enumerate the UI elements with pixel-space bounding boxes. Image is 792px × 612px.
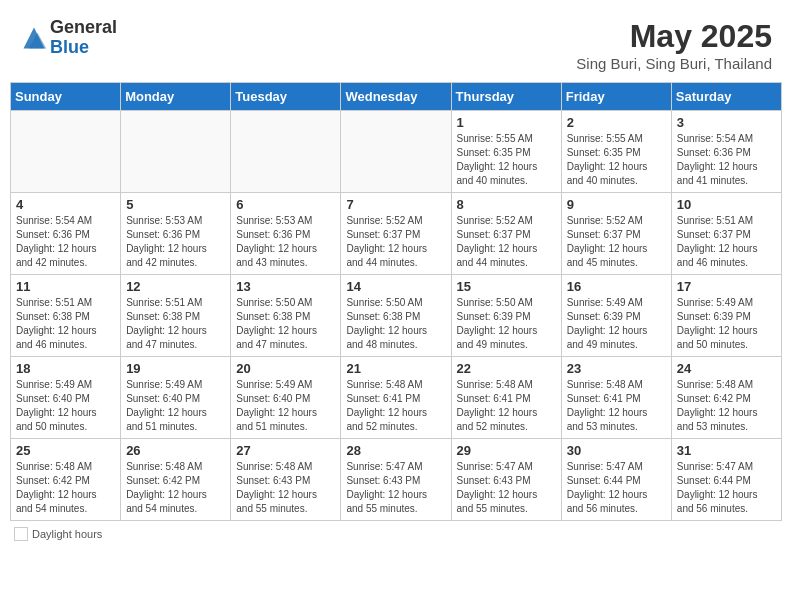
day-info: Sunrise: 5:52 AM Sunset: 6:37 PM Dayligh…	[346, 214, 445, 270]
calendar-table: SundayMondayTuesdayWednesdayThursdayFrid…	[10, 82, 782, 521]
calendar-cell: 14Sunrise: 5:50 AM Sunset: 6:38 PM Dayli…	[341, 275, 451, 357]
calendar-cell: 9Sunrise: 5:52 AM Sunset: 6:37 PM Daylig…	[561, 193, 671, 275]
day-number: 7	[346, 197, 445, 212]
day-of-week-header: Thursday	[451, 83, 561, 111]
day-info: Sunrise: 5:52 AM Sunset: 6:37 PM Dayligh…	[457, 214, 556, 270]
day-number: 20	[236, 361, 335, 376]
day-info: Sunrise: 5:54 AM Sunset: 6:36 PM Dayligh…	[16, 214, 115, 270]
calendar-cell: 4Sunrise: 5:54 AM Sunset: 6:36 PM Daylig…	[11, 193, 121, 275]
day-info: Sunrise: 5:47 AM Sunset: 6:43 PM Dayligh…	[457, 460, 556, 516]
day-info: Sunrise: 5:51 AM Sunset: 6:38 PM Dayligh…	[126, 296, 225, 352]
day-info: Sunrise: 5:48 AM Sunset: 6:42 PM Dayligh…	[126, 460, 225, 516]
calendar-cell: 7Sunrise: 5:52 AM Sunset: 6:37 PM Daylig…	[341, 193, 451, 275]
day-number: 14	[346, 279, 445, 294]
day-info: Sunrise: 5:50 AM Sunset: 6:38 PM Dayligh…	[346, 296, 445, 352]
day-info: Sunrise: 5:49 AM Sunset: 6:40 PM Dayligh…	[236, 378, 335, 434]
day-number: 10	[677, 197, 776, 212]
calendar-cell: 11Sunrise: 5:51 AM Sunset: 6:38 PM Dayli…	[11, 275, 121, 357]
day-number: 5	[126, 197, 225, 212]
calendar-cell: 15Sunrise: 5:50 AM Sunset: 6:39 PM Dayli…	[451, 275, 561, 357]
calendar-cell: 30Sunrise: 5:47 AM Sunset: 6:44 PM Dayli…	[561, 439, 671, 521]
calendar-cell: 5Sunrise: 5:53 AM Sunset: 6:36 PM Daylig…	[121, 193, 231, 275]
day-number: 19	[126, 361, 225, 376]
day-number: 8	[457, 197, 556, 212]
calendar-week-row: 1Sunrise: 5:55 AM Sunset: 6:35 PM Daylig…	[11, 111, 782, 193]
day-number: 31	[677, 443, 776, 458]
day-info: Sunrise: 5:49 AM Sunset: 6:40 PM Dayligh…	[126, 378, 225, 434]
day-number: 6	[236, 197, 335, 212]
day-of-week-header: Tuesday	[231, 83, 341, 111]
day-number: 13	[236, 279, 335, 294]
title-area: May 2025 Sing Buri, Sing Buri, Thailand	[576, 18, 772, 72]
logo-text: General Blue	[50, 18, 117, 58]
calendar-cell: 6Sunrise: 5:53 AM Sunset: 6:36 PM Daylig…	[231, 193, 341, 275]
day-info: Sunrise: 5:49 AM Sunset: 6:39 PM Dayligh…	[677, 296, 776, 352]
calendar-cell: 24Sunrise: 5:48 AM Sunset: 6:42 PM Dayli…	[671, 357, 781, 439]
day-number: 30	[567, 443, 666, 458]
calendar-cell: 31Sunrise: 5:47 AM Sunset: 6:44 PM Dayli…	[671, 439, 781, 521]
day-number: 15	[457, 279, 556, 294]
day-number: 18	[16, 361, 115, 376]
calendar-cell: 18Sunrise: 5:49 AM Sunset: 6:40 PM Dayli…	[11, 357, 121, 439]
day-info: Sunrise: 5:47 AM Sunset: 6:44 PM Dayligh…	[567, 460, 666, 516]
day-info: Sunrise: 5:48 AM Sunset: 6:41 PM Dayligh…	[346, 378, 445, 434]
day-of-week-header: Friday	[561, 83, 671, 111]
calendar-week-row: 11Sunrise: 5:51 AM Sunset: 6:38 PM Dayli…	[11, 275, 782, 357]
calendar-cell	[341, 111, 451, 193]
calendar-cell	[231, 111, 341, 193]
day-of-week-header: Wednesday	[341, 83, 451, 111]
daylight-legend-item: Daylight hours	[14, 527, 102, 541]
day-number: 21	[346, 361, 445, 376]
logo-general-text: General	[50, 18, 117, 38]
day-number: 26	[126, 443, 225, 458]
calendar-cell	[11, 111, 121, 193]
day-info: Sunrise: 5:47 AM Sunset: 6:43 PM Dayligh…	[346, 460, 445, 516]
day-number: 22	[457, 361, 556, 376]
calendar-week-row: 25Sunrise: 5:48 AM Sunset: 6:42 PM Dayli…	[11, 439, 782, 521]
calendar-cell: 26Sunrise: 5:48 AM Sunset: 6:42 PM Dayli…	[121, 439, 231, 521]
calendar-cell: 27Sunrise: 5:48 AM Sunset: 6:43 PM Dayli…	[231, 439, 341, 521]
day-number: 3	[677, 115, 776, 130]
day-info: Sunrise: 5:48 AM Sunset: 6:41 PM Dayligh…	[457, 378, 556, 434]
calendar-cell: 25Sunrise: 5:48 AM Sunset: 6:42 PM Dayli…	[11, 439, 121, 521]
day-of-week-header: Sunday	[11, 83, 121, 111]
day-info: Sunrise: 5:49 AM Sunset: 6:40 PM Dayligh…	[16, 378, 115, 434]
location-title: Sing Buri, Sing Buri, Thailand	[576, 55, 772, 72]
day-info: Sunrise: 5:50 AM Sunset: 6:39 PM Dayligh…	[457, 296, 556, 352]
logo-icon	[20, 24, 48, 52]
day-info: Sunrise: 5:49 AM Sunset: 6:39 PM Dayligh…	[567, 296, 666, 352]
page-header: General Blue May 2025 Sing Buri, Sing Bu…	[10, 10, 782, 78]
day-of-week-header: Saturday	[671, 83, 781, 111]
calendar-cell	[121, 111, 231, 193]
calendar-cell: 17Sunrise: 5:49 AM Sunset: 6:39 PM Dayli…	[671, 275, 781, 357]
day-info: Sunrise: 5:47 AM Sunset: 6:44 PM Dayligh…	[677, 460, 776, 516]
day-number: 16	[567, 279, 666, 294]
day-number: 23	[567, 361, 666, 376]
calendar-cell: 3Sunrise: 5:54 AM Sunset: 6:36 PM Daylig…	[671, 111, 781, 193]
day-info: Sunrise: 5:48 AM Sunset: 6:43 PM Dayligh…	[236, 460, 335, 516]
calendar-cell: 19Sunrise: 5:49 AM Sunset: 6:40 PM Dayli…	[121, 357, 231, 439]
legend: Daylight hours	[10, 527, 782, 543]
calendar-cell: 28Sunrise: 5:47 AM Sunset: 6:43 PM Dayli…	[341, 439, 451, 521]
day-info: Sunrise: 5:52 AM Sunset: 6:37 PM Dayligh…	[567, 214, 666, 270]
logo: General Blue	[20, 18, 117, 58]
day-info: Sunrise: 5:51 AM Sunset: 6:38 PM Dayligh…	[16, 296, 115, 352]
calendar-cell: 16Sunrise: 5:49 AM Sunset: 6:39 PM Dayli…	[561, 275, 671, 357]
day-number: 12	[126, 279, 225, 294]
day-info: Sunrise: 5:48 AM Sunset: 6:42 PM Dayligh…	[16, 460, 115, 516]
day-number: 2	[567, 115, 666, 130]
day-of-week-header: Monday	[121, 83, 231, 111]
calendar-week-row: 18Sunrise: 5:49 AM Sunset: 6:40 PM Dayli…	[11, 357, 782, 439]
day-info: Sunrise: 5:48 AM Sunset: 6:41 PM Dayligh…	[567, 378, 666, 434]
day-info: Sunrise: 5:53 AM Sunset: 6:36 PM Dayligh…	[236, 214, 335, 270]
calendar-cell: 20Sunrise: 5:49 AM Sunset: 6:40 PM Dayli…	[231, 357, 341, 439]
calendar-cell: 21Sunrise: 5:48 AM Sunset: 6:41 PM Dayli…	[341, 357, 451, 439]
day-number: 9	[567, 197, 666, 212]
day-number: 29	[457, 443, 556, 458]
day-info: Sunrise: 5:55 AM Sunset: 6:35 PM Dayligh…	[567, 132, 666, 188]
calendar-cell: 10Sunrise: 5:51 AM Sunset: 6:37 PM Dayli…	[671, 193, 781, 275]
calendar-cell: 12Sunrise: 5:51 AM Sunset: 6:38 PM Dayli…	[121, 275, 231, 357]
daylight-legend-box	[14, 527, 28, 541]
calendar-cell: 22Sunrise: 5:48 AM Sunset: 6:41 PM Dayli…	[451, 357, 561, 439]
day-number: 27	[236, 443, 335, 458]
